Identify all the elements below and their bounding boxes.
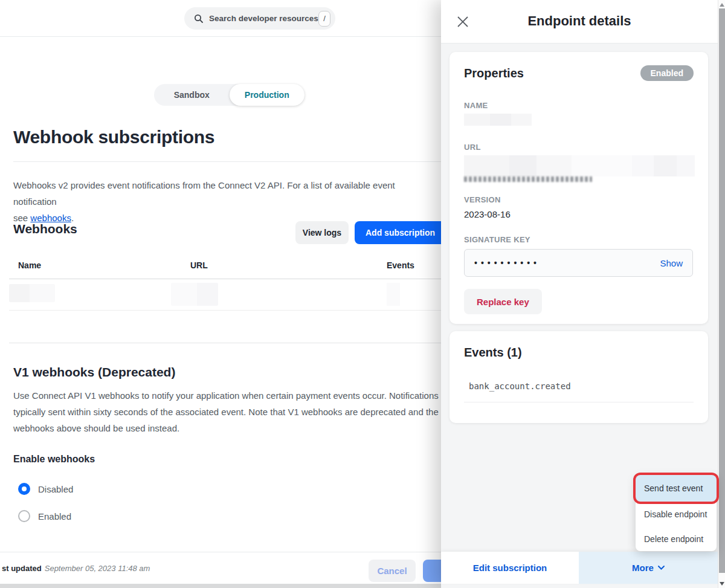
table-row-divider	[9, 310, 441, 311]
status-badge: Enabled	[640, 65, 694, 81]
table-divider	[9, 279, 441, 279]
webhooks-section-heading: Webhooks	[13, 222, 77, 236]
menu-item-delete-endpoint[interactable]: Delete endpoint	[636, 526, 717, 551]
radio-row-disabled[interactable]: Disabled	[18, 483, 73, 495]
divider	[13, 161, 441, 162]
screen: / Sandbox Production Webhook subscriptio…	[0, 0, 725, 588]
search-bar[interactable]: /	[184, 7, 335, 30]
url-label: URL	[464, 143, 694, 152]
version-value: 2023-08-16	[464, 209, 694, 219]
radio-enabled-label: Enabled	[38, 511, 71, 522]
redacted-events-cell	[387, 283, 400, 306]
top-bar: /	[0, 0, 441, 37]
redacted-url-fragment	[464, 176, 592, 182]
page-title: Webhook subscriptions	[13, 127, 214, 147]
column-header-url: URL	[190, 260, 208, 270]
scrollbar-up-arrow-icon[interactable]	[720, 3, 724, 7]
edit-subscription-button[interactable]: Edit subscription	[441, 552, 579, 584]
events-heading: Events (1)	[464, 346, 694, 360]
panel-title: Endpoint details	[441, 13, 718, 29]
redacted-url-cell	[171, 283, 218, 306]
cancel-button[interactable]: Cancel	[369, 560, 416, 582]
add-subscription-button[interactable]: Add subscription	[355, 221, 441, 244]
column-header-events: Events	[387, 260, 414, 270]
more-dropdown-menu: Send test event Disable endpoint Delete …	[636, 475, 717, 551]
v1-line-3: webhooks above should be used instead.	[13, 420, 439, 436]
signature-masked-value: ••••••••••	[474, 258, 660, 268]
properties-card: Properties Enabled NAME URL VERSION 2023…	[450, 52, 708, 324]
main-footer-bar: st updatedSeptember 05, 2023 11:48 am Ca…	[0, 552, 441, 584]
replace-key-button[interactable]: Replace key	[464, 289, 542, 314]
search-icon	[194, 14, 204, 24]
panel-footer-bar: Edit subscription More	[441, 552, 718, 584]
radio-selected-icon[interactable]	[18, 483, 30, 495]
column-header-name: Name	[18, 260, 41, 270]
v1-paragraph: Use Connect API V1 webhooks to notify yo…	[13, 387, 439, 436]
show-key-link[interactable]: Show	[660, 258, 683, 268]
scrollbar-down-arrow-icon[interactable]	[720, 582, 724, 586]
last-updated-date: September 05, 2023 11:48 am	[45, 564, 150, 573]
last-updated-prefix: st updated	[2, 564, 42, 573]
intro-line-1: Webhooks v2 provides event notifications…	[13, 177, 436, 210]
last-updated-text: st updatedSeptember 05, 2023 11:48 am	[2, 564, 150, 573]
table-row-divider	[9, 343, 441, 343]
enable-webhooks-heading: Enable webhooks	[13, 454, 95, 465]
main-content: / Sandbox Production Webhook subscriptio…	[0, 0, 441, 584]
more-button-label: More	[632, 563, 654, 573]
redacted-name-cell	[9, 284, 55, 302]
keyboard-shortcut-badge: /	[318, 11, 330, 27]
intro-paragraph: Webhooks v2 provides event notifications…	[13, 177, 436, 226]
signature-key-field: •••••••••• Show	[464, 249, 693, 277]
radio-disabled-label: Disabled	[38, 484, 73, 494]
search-input[interactable]	[209, 14, 318, 23]
chevron-down-icon	[658, 566, 665, 570]
menu-item-disable-endpoint[interactable]: Disable endpoint	[636, 502, 717, 526]
radio-unselected-icon[interactable]	[18, 510, 30, 522]
environment-toggle[interactable]: Sandbox Production	[154, 84, 304, 106]
scrollbar-thumb[interactable]	[719, 8, 725, 573]
view-logs-button[interactable]: View logs	[295, 221, 349, 244]
v1-line-2: typically sent within sixty seconds of t…	[13, 404, 439, 420]
redacted-url-value	[464, 155, 695, 176]
toggle-option-production[interactable]: Production	[230, 84, 305, 106]
events-card: Events (1) bank_account.created	[450, 331, 708, 423]
signature-key-label: SIGNATURE KEY	[464, 235, 694, 244]
v1-line-1: Use Connect API V1 webhooks to notify yo…	[13, 387, 439, 404]
radio-row-enabled[interactable]: Enabled	[18, 510, 71, 522]
redacted-name-value	[464, 114, 532, 126]
name-label: NAME	[464, 101, 694, 110]
panel-header: Endpoint details	[441, 0, 718, 44]
more-button[interactable]: More	[579, 552, 718, 584]
toggle-option-sandbox[interactable]: Sandbox	[154, 90, 230, 100]
save-button-partial[interactable]	[423, 560, 441, 582]
v1-section-heading: V1 webhooks (Deprecated)	[13, 365, 175, 380]
event-list-item: bank_account.created	[464, 381, 694, 391]
scrollbar-track[interactable]	[718, 0, 725, 588]
endpoint-details-panel: Endpoint details Properties Enabled NAME…	[441, 0, 718, 588]
menu-item-send-test-event[interactable]: Send test event	[636, 475, 717, 502]
events-divider	[464, 402, 694, 402]
version-label: VERSION	[464, 195, 694, 204]
